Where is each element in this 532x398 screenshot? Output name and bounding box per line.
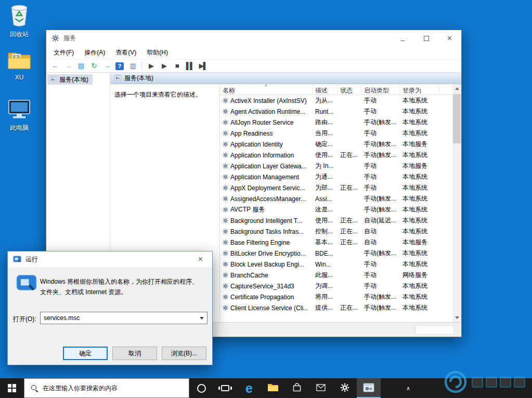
store-button[interactable]	[285, 378, 309, 398]
combobox-dropdown-button[interactable]	[197, 312, 207, 324]
show-hidden-icons-button[interactable]: ∧	[403, 378, 414, 398]
desktop: 回收站 XU 此电脑	[0, 0, 532, 398]
service-startup-type: 手动(触发...	[361, 293, 400, 301]
column-header-0[interactable]: 名称∧	[220, 84, 313, 95]
service-gear-icon	[223, 109, 228, 114]
menu-item-0[interactable]: 文件(F)	[48, 48, 79, 57]
service-row[interactable]: Client License Service (Cli...提供...正在...…	[220, 302, 452, 313]
tree-item-services-local[interactable]: 服务(本地)	[47, 74, 93, 85]
desktop-icon-this-pc[interactable]: 此电脑	[0, 99, 38, 132]
column-header-2[interactable]: 状态	[338, 84, 361, 95]
run-caption-buttons: ×	[189, 251, 212, 267]
mail-button[interactable]	[309, 378, 333, 398]
scroll-up-button[interactable]	[452, 84, 461, 93]
service-stop-icon[interactable]: ■	[173, 62, 181, 70]
list-header: 名称∧描述状态启动类型登录为	[220, 84, 452, 95]
service-row[interactable]: AVCTP 服务这是...手动(触发...本地系统	[220, 204, 452, 215]
service-description: Win...	[313, 261, 338, 268]
services-titlebar[interactable]: 服务 – ×	[46, 30, 461, 46]
taskbar-services-app-button[interactable]	[357, 378, 381, 398]
service-row[interactable]: Base Filtering Engine基本...正在...自动本地服务	[220, 237, 452, 248]
start-button[interactable]	[0, 378, 24, 398]
ok-button[interactable]: 确定	[63, 347, 108, 360]
service-row[interactable]: ActiveX Installer (AxInstSV)为从...手动本地系统	[220, 95, 452, 106]
service-row[interactable]: Application Layer Gatewa...为 In...手动本地服务	[220, 161, 452, 171]
minimize-button[interactable]: –	[391, 30, 414, 46]
vertical-scrollbar[interactable]	[452, 84, 461, 322]
edge-icon: e	[245, 382, 253, 395]
menu-item-3[interactable]: 帮助(H)	[141, 48, 173, 57]
service-row[interactable]: BitLocker Drive Encryptio...BDE...手动(触发.…	[220, 248, 452, 259]
column-header-4[interactable]: 登录为	[400, 84, 439, 95]
service-gear-icon	[223, 294, 228, 300]
refresh-icon[interactable]: ↻	[89, 62, 98, 70]
service-row[interactable]: AssignedAccessManager...Assi...手动(触发...本…	[220, 193, 452, 204]
help-icon[interactable]: ?	[115, 62, 124, 70]
scroll-track[interactable]	[452, 93, 461, 313]
cancel-button[interactable]: 取消	[112, 347, 157, 360]
column-header-1[interactable]: 描述	[313, 84, 338, 95]
service-row[interactable]: Application Management为通...手动本地系统	[220, 171, 452, 182]
scroll-thumb[interactable]	[453, 94, 461, 143]
service-row[interactable]: Background Intelligent T...使用...正在...自动(…	[220, 215, 452, 226]
column-label: 状态	[340, 87, 353, 94]
menu-item-1[interactable]: 操作(A)	[79, 48, 110, 57]
service-row[interactable]: Application Information使用...正在...手动(触发..…	[220, 150, 452, 161]
service-pause-icon[interactable]: ▌▌	[186, 62, 194, 70]
service-row[interactable]: Certificate Propagation将用...手动(触发...本地系统	[220, 291, 452, 302]
task-view-button[interactable]	[213, 378, 237, 398]
cortana-button[interactable]	[189, 378, 213, 398]
service-row[interactable]: Application Identity确定...手动(触发...本地服务	[220, 139, 452, 150]
scroll-down-button[interactable]	[452, 313, 461, 322]
column-label: 登录为	[403, 87, 421, 94]
maximize-button[interactable]	[414, 30, 438, 46]
folder-icon	[267, 383, 279, 393]
service-row[interactable]: Background Tasks Infras...控制...正在...自动本地…	[220, 226, 452, 237]
menu-item-2[interactable]: 查看(V)	[110, 48, 141, 57]
service-gear-icon	[223, 163, 228, 169]
browse-button[interactable]: 浏览(B)...	[162, 347, 206, 360]
desktop-icon-xu-folder[interactable]: XU	[0, 50, 38, 81]
back-icon[interactable]: ←	[50, 62, 59, 70]
result-pane-header[interactable]: 服务(本地)	[110, 73, 461, 84]
column-header-3[interactable]: 启动类型	[361, 84, 400, 95]
service-row[interactable]: Block Level Backup Engi...Win...手动本地系统	[220, 259, 452, 270]
service-logon-as: 本地系统	[400, 173, 439, 181]
service-description: 确定...	[313, 140, 338, 149]
column-label: 启动类型	[364, 87, 389, 94]
maximize-icon	[424, 36, 429, 41]
close-button[interactable]: ×	[438, 30, 461, 46]
computer-icon	[7, 99, 32, 122]
service-gear-icon	[223, 218, 228, 223]
close-icon: ×	[198, 255, 203, 264]
service-row[interactable]: Agent Activation Runtime...Runt...手动本地系统	[220, 106, 452, 117]
service-row[interactable]: AllJoyn Router Service路由...手动(触发...本地系统	[220, 117, 452, 128]
settings-button[interactable]	[333, 378, 357, 398]
file-explorer-button[interactable]	[261, 378, 285, 398]
taskbar-search-input[interactable]: 在这里输入你要搜索的内容	[24, 378, 189, 398]
service-gear-icon	[223, 141, 228, 147]
service-row[interactable]: CaptureService_314d3为调...手动本地系统	[220, 281, 452, 291]
edge-button[interactable]: e	[237, 378, 261, 398]
run-close-button[interactable]: ×	[189, 251, 212, 267]
service-name: Application Identity	[220, 141, 313, 148]
service-row[interactable]: App Readiness当用...手动本地系统	[220, 128, 452, 139]
service-row[interactable]: BranchCache此服...手动网络服务	[220, 270, 452, 281]
service-restart-icon[interactable]: ▶▌	[199, 62, 207, 70]
service-startup-type: 手动(触发...	[361, 194, 400, 203]
desktop-icon-recycle-bin[interactable]: 回收站	[0, 3, 38, 39]
open-combobox-value[interactable]: services.msc	[41, 314, 197, 322]
export-list-icon[interactable]: →	[102, 62, 111, 70]
service-resume-icon[interactable]: ▶	[160, 62, 168, 70]
open-combobox[interactable]: services.msc	[40, 312, 207, 324]
service-row[interactable]: AppX Deployment Servic...为部...正在...手动本地系…	[220, 182, 452, 193]
extended-view-icon[interactable]: ▥	[128, 62, 137, 70]
run-dialog-titlebar[interactable]: 运行 ×	[8, 251, 212, 267]
run-program-icon	[16, 274, 37, 294]
service-logon-as: 本地系统	[400, 216, 439, 225]
show-console-tree-icon[interactable]: ▤	[76, 62, 85, 70]
service-start-icon[interactable]: ▶	[147, 62, 155, 70]
cortana-icon	[197, 384, 206, 393]
service-description: BDE...	[313, 250, 338, 257]
forward-icon[interactable]: →	[63, 62, 72, 70]
